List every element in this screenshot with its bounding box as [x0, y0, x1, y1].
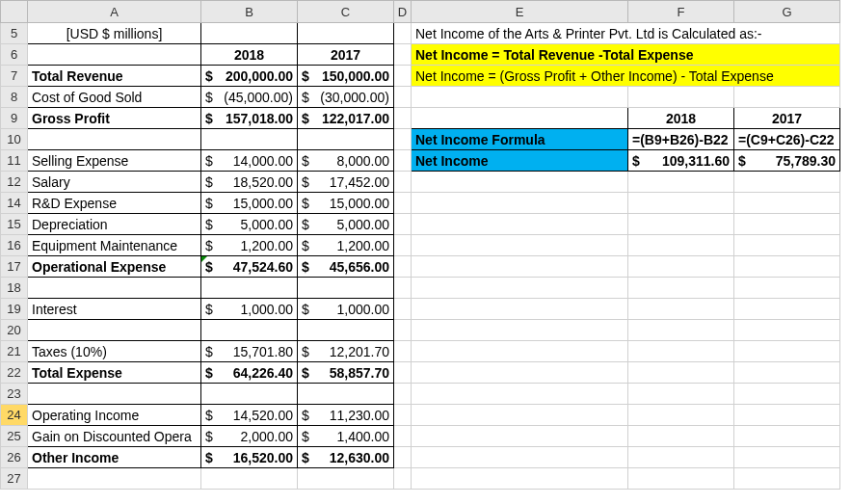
cell-E14[interactable]	[412, 193, 628, 214]
cell-E8[interactable]	[412, 87, 628, 108]
cell-E19[interactable]	[412, 299, 628, 320]
cell-G8[interactable]	[734, 87, 840, 108]
cell-E24[interactable]	[412, 405, 628, 426]
cell-D20[interactable]	[394, 320, 412, 341]
cell-D10[interactable]	[394, 129, 412, 150]
cell-D7[interactable]	[394, 66, 412, 87]
cell-A19[interactable]: Interest	[28, 299, 201, 320]
cell-C10[interactable]	[298, 129, 394, 150]
cell-F20[interactable]	[628, 320, 734, 341]
row-17[interactable]: 17	[1, 256, 28, 278]
cell-E7[interactable]: Net Income = (Gross Profit + Other Incom…	[412, 66, 840, 87]
cell-C7[interactable]: $150,000.00	[298, 66, 394, 87]
cell-F15[interactable]	[628, 214, 734, 235]
cell-C17[interactable]: $45,656.00	[298, 256, 394, 278]
cell-A26[interactable]: Other Income	[28, 447, 201, 468]
cell-C14[interactable]: $15,000.00	[298, 193, 394, 214]
cell-F26[interactable]	[628, 447, 734, 468]
cell-C25[interactable]: $1,400.00	[298, 426, 394, 447]
col-C[interactable]: C	[298, 1, 394, 23]
cell-F24[interactable]	[628, 405, 734, 426]
cell-E20[interactable]	[412, 320, 628, 341]
cell-G20[interactable]	[734, 320, 840, 341]
row-8[interactable]: 8	[1, 87, 28, 108]
cell-B19[interactable]: $1,000.00	[201, 299, 298, 320]
cell-A5[interactable]: [USD $ millions]	[28, 23, 201, 44]
cell-E11[interactable]: Net Income	[412, 150, 628, 172]
cell-F14[interactable]	[628, 193, 734, 214]
cell-C19[interactable]: $1,000.00	[298, 299, 394, 320]
cell-B18[interactable]	[201, 278, 298, 299]
row-14[interactable]: 14	[1, 193, 28, 214]
cell-A9[interactable]: Gross Profit	[28, 108, 201, 129]
cell-D21[interactable]	[394, 341, 412, 362]
row-6[interactable]: 6	[1, 44, 28, 66]
cell-E26[interactable]	[412, 447, 628, 468]
cell-F9[interactable]: 2018	[628, 108, 734, 129]
cell-E10[interactable]: Net Income Formula	[412, 129, 628, 150]
cell-G26[interactable]	[734, 447, 840, 468]
cell-B26[interactable]: $16,520.00	[201, 447, 298, 468]
cell-A27[interactable]	[28, 468, 201, 490]
cell-F16[interactable]	[628, 235, 734, 256]
cell-B12[interactable]: $18,520.00	[201, 172, 298, 193]
cell-B16[interactable]: $1,200.00	[201, 235, 298, 256]
col-B[interactable]: B	[201, 1, 298, 23]
row-10[interactable]: 10	[1, 129, 28, 150]
cell-C9[interactable]: $122,017.00	[298, 108, 394, 129]
col-A[interactable]: A	[28, 1, 201, 23]
row-16[interactable]: 16	[1, 235, 28, 256]
col-E[interactable]: E	[412, 1, 628, 23]
cell-F27[interactable]	[628, 468, 734, 490]
row-21[interactable]: 21	[1, 341, 28, 362]
cell-A22[interactable]: Total Expense	[28, 362, 201, 384]
row-26[interactable]: 26	[1, 447, 28, 468]
cell-C23[interactable]	[298, 384, 394, 405]
cell-B14[interactable]: $15,000.00	[201, 193, 298, 214]
cell-D22[interactable]	[394, 362, 412, 384]
cell-G10[interactable]: =(C9+C26)-C22	[734, 129, 840, 150]
cell-B5[interactable]	[201, 23, 298, 44]
cell-A6[interactable]	[28, 44, 201, 66]
cell-B20[interactable]	[201, 320, 298, 341]
row-15[interactable]: 15	[1, 214, 28, 235]
cell-D27[interactable]	[394, 468, 412, 490]
cell-G27[interactable]	[734, 468, 840, 490]
row-12[interactable]: 12	[1, 172, 28, 193]
cell-E15[interactable]	[412, 214, 628, 235]
cell-F17[interactable]	[628, 256, 734, 278]
cell-E22[interactable]	[412, 362, 628, 384]
cell-B9[interactable]: $157,018.00	[201, 108, 298, 129]
cell-C24[interactable]: $11,230.00	[298, 405, 394, 426]
cell-B17[interactable]: $47,524.60	[201, 256, 298, 278]
row-11[interactable]: 11	[1, 150, 28, 172]
cell-A21[interactable]: Taxes (10%)	[28, 341, 201, 362]
cell-D26[interactable]	[394, 447, 412, 468]
cell-D6[interactable]	[394, 44, 412, 66]
cell-G15[interactable]	[734, 214, 840, 235]
col-header-row[interactable]: A B C D E F G	[1, 1, 840, 23]
cell-E17[interactable]	[412, 256, 628, 278]
cell-D12[interactable]	[394, 172, 412, 193]
cell-A12[interactable]: Salary	[28, 172, 201, 193]
cell-C20[interactable]	[298, 320, 394, 341]
cell-D19[interactable]	[394, 299, 412, 320]
cell-B11[interactable]: $14,000.00	[201, 150, 298, 172]
cell-A25[interactable]: Gain on Discounted Opera	[28, 426, 201, 447]
cell-C15[interactable]: $5,000.00	[298, 214, 394, 235]
col-G[interactable]: G	[734, 1, 840, 23]
row-7[interactable]: 7	[1, 66, 28, 87]
cell-A17[interactable]: Operational Expense	[28, 256, 201, 278]
cell-D9[interactable]	[394, 108, 412, 129]
col-D[interactable]: D	[394, 1, 412, 23]
row-20[interactable]: 20	[1, 320, 28, 341]
cell-C11[interactable]: $8,000.00	[298, 150, 394, 172]
cell-E25[interactable]	[412, 426, 628, 447]
cell-C22[interactable]: $58,857.70	[298, 362, 394, 384]
cell-E12[interactable]	[412, 172, 628, 193]
row-24[interactable]: 24	[1, 405, 28, 426]
cell-D24[interactable]	[394, 405, 412, 426]
row-9[interactable]: 9	[1, 108, 28, 129]
cell-G14[interactable]	[734, 193, 840, 214]
cell-A10[interactable]	[28, 129, 201, 150]
